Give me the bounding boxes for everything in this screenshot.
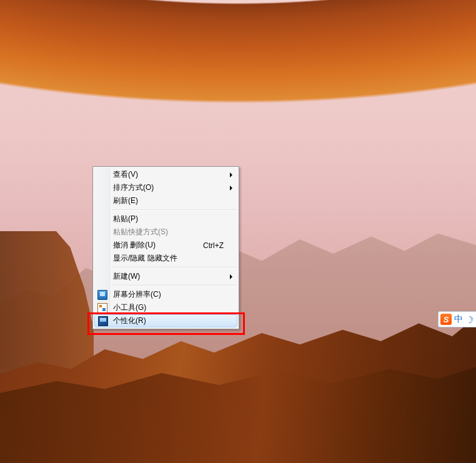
desktop[interactable]: 查看(V) 排序方式(O) 刷新(E) 粘贴(P) 粘贴快捷方式(S) 撤消 删…: [0, 0, 476, 463]
menu-item-sort[interactable]: 排序方式(O): [94, 181, 237, 194]
context-menu-items: 查看(V) 排序方式(O) 刷新(E) 粘贴(P) 粘贴快捷方式(S) 撤消 删…: [94, 168, 237, 327]
gadget-icon: [97, 303, 107, 313]
submenu-arrow-icon: [230, 186, 232, 191]
menu-separator: [112, 285, 237, 286]
menu-item-refresh[interactable]: 刷新(E): [94, 194, 237, 207]
sogou-logo-icon: S: [440, 314, 452, 325]
menu-item-label: 粘贴快捷方式(S): [113, 227, 168, 237]
moon-icon: ☽: [465, 315, 474, 324]
menu-item-label: 屏幕分辨率(C): [113, 289, 161, 300]
menu-item-label: 显示/隐藏 隐藏文件: [113, 253, 177, 264]
menu-item-undo-delete[interactable]: 撤消 删除(U) Ctrl+Z: [94, 239, 237, 252]
menu-item-label: 刷新(E): [113, 196, 138, 206]
submenu-arrow-icon: [230, 274, 232, 279]
menu-item-label: 小工具(G): [113, 302, 146, 313]
menu-item-label: 个性化(R): [113, 316, 146, 326]
menu-item-paste-shortcut: 粘贴快捷方式(S): [94, 226, 237, 239]
desktop-context-menu: 查看(V) 排序方式(O) 刷新(E) 粘贴(P) 粘贴快捷方式(S) 撤消 删…: [92, 166, 239, 329]
menu-item-personalize[interactable]: 个性化(R): [94, 314, 237, 327]
menu-item-label: 排序方式(O): [113, 182, 154, 193]
menu-separator: [112, 209, 237, 211]
menu-item-label: 新建(W): [113, 271, 140, 282]
submenu-arrow-icon: [230, 172, 232, 177]
menu-separator: [112, 267, 237, 268]
menu-item-toggle-hidden-files[interactable]: 显示/隐藏 隐藏文件: [94, 252, 237, 265]
menu-item-view[interactable]: 查看(V): [94, 168, 237, 181]
menu-item-new[interactable]: 新建(W): [94, 270, 237, 283]
ime-indicator[interactable]: S 中 ☽: [438, 311, 476, 327]
monitor-icon: [97, 290, 107, 300]
menu-item-screen-resolution[interactable]: 屏幕分辨率(C): [94, 288, 237, 301]
ime-mode-label: 中: [454, 314, 463, 325]
personalize-icon: [98, 316, 108, 326]
menu-item-label: 查看(V): [113, 169, 138, 180]
menu-item-gadgets[interactable]: 小工具(G): [94, 301, 237, 314]
menu-item-shortcut: Ctrl+Z: [203, 241, 224, 250]
menu-item-paste[interactable]: 粘贴(P): [94, 212, 237, 226]
menu-item-label: 粘贴(P): [113, 214, 138, 224]
menu-item-label: 撤消 删除(U): [113, 240, 156, 251]
